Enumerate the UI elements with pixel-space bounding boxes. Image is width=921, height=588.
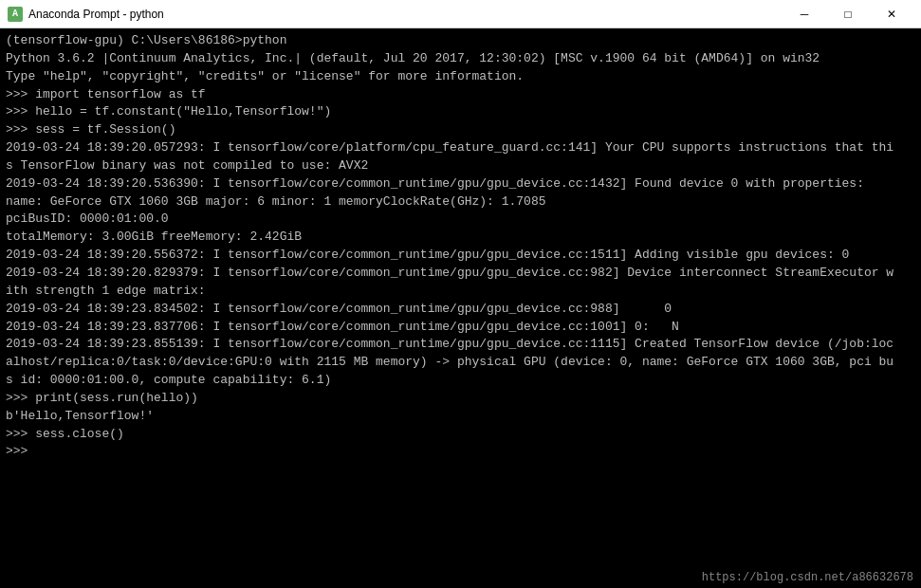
title-text: Anaconda Prompt - python [28,8,783,21]
minimize-button[interactable]: ─ [783,0,826,28]
app-icon: A [8,7,23,22]
close-button[interactable]: ✕ [870,0,913,28]
titlebar: A Anaconda Prompt - python ─ □ ✕ [0,0,921,28]
watermark: https://blog.csdn.net/a86632678 [702,571,913,584]
maximize-button[interactable]: □ [826,0,870,28]
window-controls: ─ □ ✕ [783,0,913,28]
terminal-output[interactable]: (tensorflow-gpu) C:\Users\86186>python P… [0,28,921,588]
